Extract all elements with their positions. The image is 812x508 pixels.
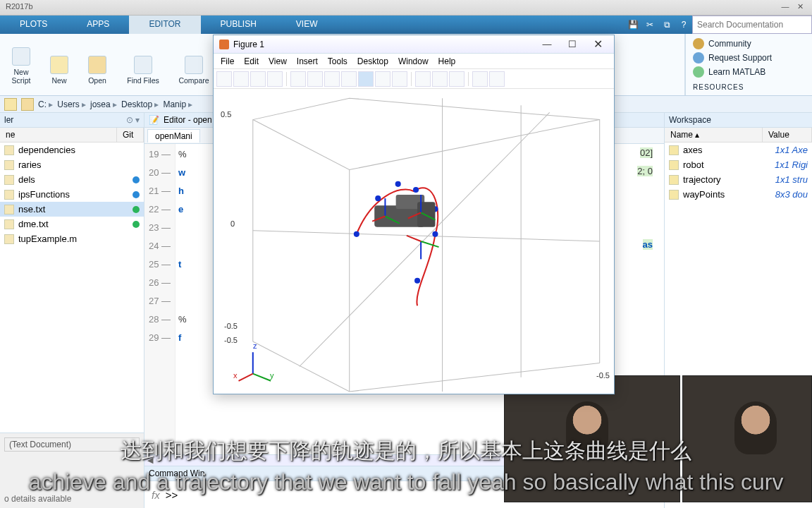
search-documentation-input[interactable] [692, 16, 812, 34]
menu-view[interactable]: View [269, 56, 287, 66]
legend-icon[interactable] [449, 71, 465, 87]
file-row[interactable]: raries [0, 157, 144, 172]
figure-titlebar[interactable]: Figure 1 — ☐ ✕ [214, 35, 614, 54]
workspace-var[interactable]: robot1x1 Rigi [665, 157, 812, 172]
file-row[interactable]: dependencies [0, 143, 144, 157]
new-button[interactable]: New [42, 37, 76, 86]
menu-help[interactable]: Help [438, 56, 456, 66]
file-icon [4, 219, 14, 229]
ws-col-name[interactable]: Name ▴ [665, 128, 763, 142]
col-name[interactable]: ne [0, 128, 117, 142]
tab-view[interactable]: VIEW [276, 16, 338, 34]
scroll-left-icon[interactable]: ◀ [147, 456, 153, 465]
zoom-out-icon[interactable] [324, 71, 340, 87]
tab-plots[interactable]: PLOTS [0, 16, 67, 34]
fx-icon[interactable]: fx [152, 489, 160, 501]
figure-toolbar [214, 69, 614, 89]
save-figure-icon[interactable] [250, 71, 266, 87]
file-row[interactable]: dels [0, 172, 144, 187]
new-figure-icon[interactable] [216, 71, 232, 87]
pointer-icon[interactable] [290, 71, 306, 87]
file-icon [4, 160, 14, 170]
colorbar-icon[interactable] [432, 71, 448, 87]
datatip-icon[interactable] [375, 71, 390, 87]
request-support-link[interactable]: Request Support [693, 52, 805, 64]
breadcrumb[interactable]: josea [90, 99, 117, 109]
zoom-in-icon[interactable] [307, 71, 323, 87]
undock-icon[interactable] [489, 71, 505, 87]
file-type-dropdown[interactable]: (Text Document)▾ [4, 437, 140, 452]
minimize-button[interactable]: — [779, 2, 792, 11]
new-script-button[interactable]: New Script [4, 37, 38, 86]
print-icon[interactable] [267, 71, 283, 87]
figure-window[interactable]: Figure 1 — ☐ ✕ File Edit View Insert Too… [213, 35, 615, 394]
tab-publish[interactable]: PUBLISH [201, 16, 276, 34]
brush-icon[interactable] [392, 71, 407, 87]
quick-copy-icon[interactable]: ⧉ [658, 16, 675, 34]
breadcrumb[interactable]: Manip [163, 99, 192, 109]
compare-button[interactable]: Compare [172, 37, 216, 86]
back-icon[interactable] [4, 98, 17, 111]
file-icon [4, 175, 14, 185]
file-icon [4, 205, 14, 214]
file-row[interactable]: dme.txt [0, 217, 144, 231]
figure-axes[interactable]: 0.5 0 -0.5 -0.5 -0.5 z y x [214, 89, 614, 394]
workspace-var[interactable]: axes1x1 Axe [665, 143, 812, 157]
app-version: R2017b [6, 2, 33, 13]
menu-window[interactable]: Window [398, 56, 429, 66]
breadcrumb[interactable]: Users [57, 99, 86, 109]
file-row[interactable]: tupExample.m [0, 231, 144, 246]
git-status-dot [133, 176, 140, 183]
var-icon [669, 190, 679, 200]
tab-apps[interactable]: APPS [67, 16, 129, 34]
current-folder-header: ler ⊙ ▾ [0, 113, 144, 128]
svg-point-5 [432, 231, 438, 237]
figure-maximize-button[interactable]: ☐ [562, 37, 583, 52]
link-icon[interactable] [415, 71, 431, 87]
dock-icon[interactable] [472, 71, 488, 87]
workspace-var[interactable]: wayPoints8x3 dou [665, 187, 812, 202]
editor-tab[interactable]: openMani [147, 129, 200, 143]
svg-point-1 [375, 195, 381, 201]
folder-icon[interactable] [21, 98, 34, 111]
quick-cut-icon[interactable]: ✂ [641, 16, 658, 34]
menu-desktop[interactable]: Desktop [357, 56, 388, 66]
pan-icon[interactable] [341, 71, 357, 87]
find-files-button[interactable]: Find Files [118, 37, 168, 86]
git-status-dot [133, 147, 140, 154]
git-status-dot [133, 162, 140, 169]
ws-col-value[interactable]: Value [763, 128, 812, 142]
menu-edit[interactable]: Edit [244, 56, 259, 66]
rotate3d-icon[interactable] [358, 71, 374, 87]
tab-editor[interactable]: EDITOR [129, 16, 200, 34]
learn-matlab-link[interactable]: Learn MATLAB [693, 66, 805, 78]
file-list[interactable]: dependenciesrariesdelsipsFunctionsnse.tx… [0, 143, 144, 433]
figure-minimize-button[interactable]: — [536, 37, 558, 52]
file-row[interactable]: ipsFunctions [0, 187, 144, 202]
open-button[interactable]: Open [80, 37, 114, 86]
detail-message: o details available [4, 494, 140, 504]
var-icon [669, 145, 679, 155]
community-link[interactable]: Community [693, 38, 805, 49]
menu-file[interactable]: File [221, 56, 234, 66]
group-label-resources: RESOURCES [693, 83, 805, 91]
col-git[interactable]: Git [117, 128, 144, 142]
breadcrumb[interactable]: Desktop [121, 99, 159, 109]
figure-close-button[interactable]: ✕ [587, 37, 608, 52]
menu-insert[interactable]: Insert [297, 56, 318, 66]
quick-save-icon[interactable]: 💾 [625, 16, 641, 34]
prompt: >> [166, 489, 178, 501]
file-row[interactable]: nse.txt [0, 202, 144, 217]
close-button[interactable]: ✕ [794, 2, 806, 11]
menu-tools[interactable]: Tools [328, 56, 347, 66]
open-figure-icon[interactable] [233, 71, 249, 87]
git-status-dot [133, 206, 140, 213]
git-status-dot [133, 236, 140, 243]
y-tick-lo: -0.5 [224, 336, 238, 344]
quick-help-icon[interactable]: ? [675, 16, 692, 34]
breadcrumb[interactable]: C: [38, 99, 53, 109]
workspace-var[interactable]: trajectory1x1 stru [665, 172, 812, 187]
ribbon-tabs: PLOTS APPS EDITOR PUBLISH VIEW 💾 ✂ ⧉ ? [0, 16, 812, 34]
panel-menu-icon[interactable]: ⊙ ▾ [126, 115, 140, 125]
file-icon [4, 145, 14, 155]
